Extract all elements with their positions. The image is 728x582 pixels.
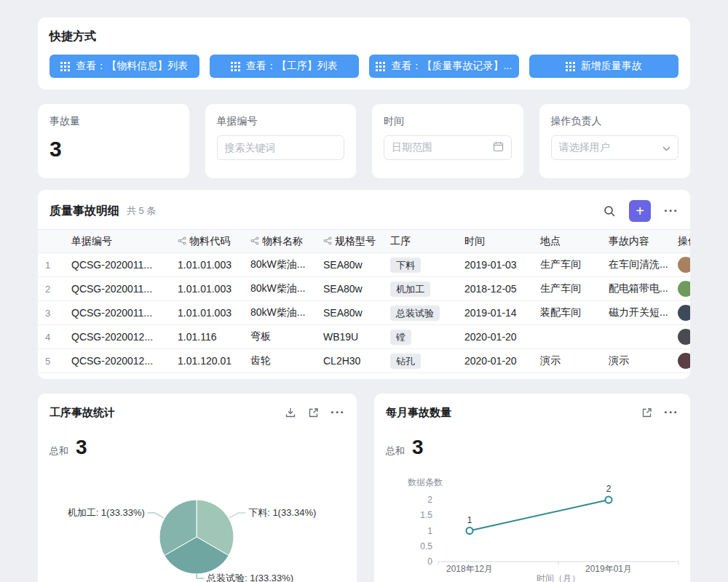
- operator-select-placeholder: 请选择用户: [559, 141, 657, 154]
- cell-content: 配电箱带电...: [601, 277, 670, 301]
- column-spec-model[interactable]: 规格型号: [316, 230, 383, 253]
- column-material-code[interactable]: 物料代码: [170, 230, 243, 253]
- table-header-row: 单据编号 物料代码 物料名称 规格型号 工序 时间 地点 事故内容 操作负责人: [38, 230, 690, 253]
- total-label: 总和: [50, 445, 68, 458]
- doc-number-search-input[interactable]: [225, 142, 337, 154]
- row-index: 3: [38, 301, 64, 325]
- avatar: [678, 257, 690, 273]
- table-row[interactable]: 4 QCSG-2020012... 1.01.116 弯板 WB19U 镗 20…: [38, 325, 690, 349]
- doc-number-label: 单据编号: [217, 115, 345, 128]
- process-stats-card: 工序事故统计 ··· 总和 3 下料: 1(33.34%)总装试验: 1(33.…: [38, 394, 357, 582]
- export-image-icon[interactable]: [285, 407, 296, 418]
- more-options-icon[interactable]: ···: [664, 204, 678, 218]
- time-filter-label: 时间: [384, 115, 512, 128]
- cell-time: 2019-01-14: [457, 301, 533, 325]
- open-fullscreen-icon[interactable]: [641, 407, 652, 418]
- table-header-bar: 质量事故明细 共 5 条 + ···: [38, 190, 690, 229]
- shortcuts-button-row: 查看：【物料信息】列表 查看：【工序】列表 查看：【质量事故记录】... 新增质…: [50, 55, 678, 78]
- column-time[interactable]: 时间: [457, 230, 533, 253]
- view-material-list-button[interactable]: 查看：【物料信息】列表: [50, 55, 199, 78]
- cell-location: 演示: [533, 349, 601, 373]
- cell-process: 镗: [383, 325, 457, 349]
- chart-title: 工序事故统计: [50, 406, 115, 420]
- column-doc-number[interactable]: 单据编号: [64, 230, 170, 253]
- date-range-picker[interactable]: 日期范围: [384, 135, 512, 160]
- search-icon[interactable]: [604, 205, 616, 218]
- monthly-count-card: 每月事故数量 ··· 总和 3 数据条数00.511.5212018年12月22…: [374, 394, 690, 582]
- svg-text:0: 0: [427, 557, 432, 567]
- table-row[interactable]: 2 QCSG-2020011... 1.01.01.003 80kW柴油... …: [38, 277, 690, 301]
- operator-select[interactable]: 请选择用户: [551, 135, 679, 160]
- cell-spec: SEA80w: [316, 301, 383, 325]
- table-row[interactable]: 5 QCSG-2020012... 1.01.120.01 齿轮 CL2H30 …: [38, 349, 690, 373]
- cell-content: 演示: [601, 349, 670, 373]
- more-options-icon[interactable]: ···: [664, 405, 678, 420]
- cell-location: 生产车间: [533, 253, 601, 277]
- charts-row: 工序事故统计 ··· 总和 3 下料: 1(33.34%)总装试验: 1(33.…: [38, 394, 690, 582]
- lookup-field-icon: [178, 236, 186, 247]
- avatar: [678, 353, 690, 369]
- cell-operator: [670, 325, 690, 349]
- avatar: [678, 305, 690, 321]
- cell-process: 下料: [383, 253, 457, 277]
- svg-text:2019年01月: 2019年01月: [585, 564, 632, 574]
- column-operator[interactable]: 操作负责人: [670, 230, 690, 253]
- filter-row: 事故量 3 单据编号 时间 日期范围 操作负责人 请选择用户: [38, 104, 690, 178]
- cell-location: [533, 325, 601, 349]
- pie-total-row: 总和 3: [50, 436, 345, 459]
- column-content[interactable]: 事故内容: [601, 230, 670, 253]
- cell-doc-number: QCSG-2020011...: [64, 277, 170, 301]
- svg-text:0.5: 0.5: [420, 541, 432, 551]
- button-label: 查看：【工序】列表: [246, 60, 338, 73]
- cell-content: 在车间清洗...: [601, 253, 670, 277]
- view-process-list-button[interactable]: 查看：【工序】列表: [210, 55, 360, 78]
- cell-process: 钻孔: [383, 349, 457, 373]
- column-material-name[interactable]: 物料名称: [243, 230, 316, 253]
- operator-filter-label: 操作负责人: [551, 115, 679, 128]
- row-index: 5: [38, 349, 64, 373]
- chart-title: 每月事故数量: [386, 406, 451, 420]
- add-quality-accident-button[interactable]: 新增质量事故: [529, 55, 679, 78]
- cell-operator: [670, 301, 690, 325]
- plus-icon: +: [636, 201, 644, 221]
- monthly-line-chart: 数据条数00.511.5212018年12月22019年01月时间（月）: [374, 466, 690, 582]
- cell-material-name: 80kW柴油...: [243, 301, 316, 325]
- svg-text:数据条数: 数据条数: [408, 477, 443, 487]
- cell-time: 2020-01-20: [457, 325, 533, 349]
- table-row[interactable]: 3 QCSG-2020011... 1.01.01.003 80kW柴油... …: [38, 301, 690, 325]
- process-tag: 下料: [390, 258, 421, 273]
- column-location[interactable]: 地点: [533, 230, 601, 253]
- record-count: 共 5 条: [127, 204, 156, 218]
- chart-actions: ···: [641, 405, 678, 420]
- column-index: [38, 230, 64, 253]
- table-title: 质量事故明细: [50, 204, 119, 219]
- grid-icon: [60, 62, 70, 71]
- total-value: 3: [412, 436, 424, 459]
- grid-icon: [566, 62, 575, 71]
- svg-text:1.5: 1.5: [420, 510, 432, 520]
- cell-operator: [670, 349, 690, 373]
- doc-number-search-box: [217, 135, 345, 160]
- svg-text:2: 2: [427, 495, 432, 505]
- accident-count-label: 事故量: [50, 115, 178, 128]
- dashboard: 快捷方式 查看：【物料信息】列表 查看：【工序】列表 查看：【质量事故记录】..…: [38, 0, 690, 582]
- shortcuts-title: 快捷方式: [50, 29, 678, 44]
- button-label: 新增质量事故: [581, 60, 642, 73]
- cell-time: 2018-12-05: [457, 277, 533, 301]
- lookup-field-icon: [250, 236, 259, 247]
- row-index: 2: [38, 277, 64, 301]
- chevron-down-icon: [662, 141, 670, 154]
- svg-text:2018年12月: 2018年12月: [446, 564, 493, 574]
- add-record-button[interactable]: +: [629, 200, 651, 222]
- column-process[interactable]: 工序: [383, 230, 457, 253]
- open-fullscreen-icon[interactable]: [308, 407, 319, 418]
- accident-count-card: 事故量 3: [38, 104, 189, 178]
- cell-material-code: 1.01.01.003: [170, 277, 243, 301]
- svg-text:下料: 1(33.34%): 下料: 1(33.34%): [248, 507, 316, 518]
- more-options-icon[interactable]: ···: [331, 405, 345, 420]
- table-row[interactable]: 1 QCSG-2020011... 1.01.01.003 80kW柴油... …: [38, 253, 690, 277]
- cell-location: 装配车间: [533, 301, 601, 325]
- view-quality-records-button[interactable]: 查看：【质量事故记录】...: [369, 55, 519, 78]
- cell-material-name: 弯板: [243, 325, 316, 349]
- date-range-placeholder: 日期范围: [392, 141, 487, 154]
